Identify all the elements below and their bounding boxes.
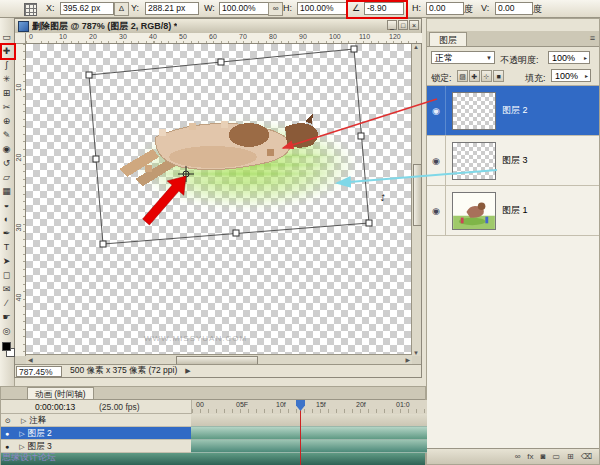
height-field[interactable]: 100.00% <box>297 2 347 15</box>
move-tool[interactable]: ✚ <box>0 44 13 58</box>
pen-tool[interactable]: ✒ <box>0 226 13 240</box>
transform-handle-top-center[interactable] <box>218 59 224 65</box>
lock-image-icon[interactable]: ✚ <box>469 70 480 82</box>
layer-row-layer-1[interactable]: ◉ 图层 1 <box>427 186 599 236</box>
path-selection-tool[interactable]: ➤ <box>0 254 13 268</box>
layer-mask-icon[interactable]: ◙ <box>541 452 546 461</box>
history-brush-tool[interactable]: ↺ <box>0 156 13 170</box>
track-layer-2[interactable]: ●▷图层 2 <box>1 427 191 440</box>
track-comments[interactable]: ⊙▷注释 <box>1 414 191 427</box>
layer-name[interactable]: 图层 2 <box>502 104 528 117</box>
transform-handle-right-center[interactable] <box>358 133 364 139</box>
blur-tool[interactable]: ◒ <box>0 198 13 212</box>
hand-tool[interactable]: ☛ <box>0 310 13 324</box>
timeline-ruler[interactable]: 00 05F 10f 15f 20f 01:0 <box>191 400 427 414</box>
transform-handle-bottom-right[interactable] <box>366 220 372 226</box>
rectangular-marquee-tool[interactable]: ▭ <box>0 30 13 44</box>
zoom-tool[interactable]: ◎ <box>0 324 13 338</box>
transform-handle-left-center[interactable] <box>93 156 99 162</box>
tab-animation-timeline[interactable]: 动画 (时间轴) <box>27 387 94 399</box>
magic-wand-tool[interactable]: ✳ <box>0 72 13 86</box>
reference-point-locator-icon[interactable] <box>24 3 37 16</box>
zoom-level-field[interactable]: 787.45% <box>16 366 62 377</box>
type-tool[interactable]: T <box>0 240 13 254</box>
clone-stamp-tool[interactable]: ◉ <box>0 142 13 156</box>
opacity-spinner-icon[interactable]: ▸ <box>584 52 587 65</box>
crop-tool[interactable]: ⊞ <box>0 86 13 100</box>
fill-field[interactable]: 100% ▸ <box>551 69 591 82</box>
vertical-scroll-thumb[interactable] <box>413 164 422 226</box>
layer-name[interactable]: 图层 3 <box>502 154 528 167</box>
track-name[interactable]: 注释 <box>29 415 46 425</box>
expand-icon[interactable]: ▷ <box>19 430 24 437</box>
visibility-eye-icon[interactable]: ◉ <box>427 86 446 135</box>
delete-layer-icon[interactable]: ⌫ <box>581 452 592 461</box>
panel-menu-icon[interactable]: ≡ <box>590 33 595 43</box>
v-skew-field[interactable]: 0.00 <box>495 2 533 15</box>
visibility-eye-icon[interactable]: ◉ <box>427 186 446 235</box>
transform-handle-top-right[interactable] <box>351 46 357 52</box>
transform-handle-bottom-center[interactable] <box>233 230 239 236</box>
document-title-bar[interactable]: 删除图层 @ 787% (图层 2, RGB/8) * _ □ × <box>15 19 421 34</box>
scroll-down-icon[interactable]: ▼ <box>413 350 419 356</box>
status-menu-arrow-icon[interactable]: ▶ <box>185 367 190 375</box>
visibility-eye-icon[interactable]: ● <box>5 430 9 437</box>
close-button[interactable]: × <box>409 20 419 30</box>
lock-transparency-icon[interactable]: ▨ <box>457 70 468 82</box>
scroll-left-icon[interactable]: ◀ <box>28 356 33 363</box>
lock-all-icon[interactable]: ■ <box>493 70 504 82</box>
link-layers-icon[interactable]: ∞ <box>515 452 521 461</box>
track-name[interactable]: 图层 2 <box>28 428 52 438</box>
tab-layers[interactable]: 图层 <box>429 32 467 46</box>
link-dimensions-icon[interactable]: ∞ <box>268 2 283 16</box>
minimize-button[interactable]: _ <box>387 20 397 30</box>
healing-brush-tool[interactable]: ⊕ <box>0 114 13 128</box>
notes-tool[interactable]: ✉ <box>0 282 13 296</box>
expand-icon[interactable]: ▷ <box>21 417 26 424</box>
relative-positioning-button[interactable]: Δ <box>114 2 129 16</box>
lasso-tool[interactable]: ʃ <box>0 58 13 72</box>
vertical-ruler[interactable]: 10 20 30 40 <box>15 44 26 356</box>
horizontal-scrollbar[interactable]: ◀ ▶ <box>26 354 412 364</box>
rotation-field[interactable]: -8.90 <box>364 2 404 15</box>
lock-position-icon[interactable]: ⊹ <box>481 70 492 82</box>
opacity-field[interactable]: 100% ▸ <box>548 51 590 64</box>
layer-row-layer-2[interactable]: ◉ 图层 2 <box>427 86 599 136</box>
gradient-tool[interactable]: ▦ <box>0 184 13 198</box>
fill-spinner-icon[interactable]: ▸ <box>585 70 588 83</box>
maximize-button[interactable]: □ <box>398 20 408 30</box>
visibility-eye-icon[interactable]: ● <box>5 443 9 450</box>
layer-thumbnail[interactable] <box>452 142 496 180</box>
reference-point-crosshair[interactable] <box>178 166 194 182</box>
track-duration-bar[interactable] <box>191 440 427 453</box>
track-bar[interactable] <box>191 414 427 427</box>
eyedropper-tool[interactable]: ∕ <box>0 296 13 310</box>
new-group-icon[interactable]: ▭ <box>552 452 560 461</box>
x-position-field[interactable]: 395.62 px <box>60 2 114 15</box>
transform-handle-top-left[interactable] <box>86 72 92 78</box>
layer-row-layer-3[interactable]: ◉ 图层 3 <box>427 136 599 186</box>
layer-thumbnail[interactable] <box>452 192 496 230</box>
width-field[interactable]: 100.00% <box>219 2 269 15</box>
layer-thumbnail[interactable] <box>452 92 496 130</box>
canvas[interactable]: WWW.MISSYUAN.COM ↕ <box>26 44 413 356</box>
y-position-field[interactable]: 288.21 px <box>145 2 199 15</box>
scroll-up-icon[interactable]: ▲ <box>413 44 419 50</box>
h-skew-field[interactable]: 0.00 <box>426 2 464 15</box>
track-duration-bar[interactable] <box>191 427 427 440</box>
eraser-tool[interactable]: ▱ <box>0 170 13 184</box>
dodge-tool[interactable]: ◐ <box>0 212 13 226</box>
brush-tool[interactable]: ✎ <box>0 128 13 142</box>
scroll-right-icon[interactable]: ▶ <box>405 356 410 363</box>
shape-tool[interactable]: ◻ <box>0 268 13 282</box>
horizontal-ruler[interactable]: 0 10 20 30 40 50 60 70 80 90 100 110 120 <box>26 33 422 44</box>
foreground-color-swatch[interactable] <box>2 342 11 351</box>
expand-icon[interactable]: ▷ <box>19 443 24 450</box>
layer-name[interactable]: 图层 1 <box>502 204 528 217</box>
vertical-scrollbar[interactable]: ▲ ▼ <box>411 44 421 356</box>
layer-style-icon[interactable]: fx <box>527 452 533 461</box>
blend-mode-select[interactable]: 正常 ▼ <box>431 51 495 64</box>
track-name[interactable]: 图层 3 <box>28 441 52 451</box>
new-layer-icon[interactable]: ⊞ <box>567 452 574 461</box>
visibility-eye-icon[interactable]: ◉ <box>427 136 446 185</box>
